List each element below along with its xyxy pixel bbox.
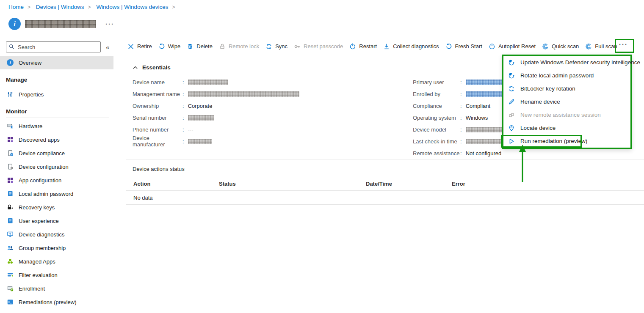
menu-item-new-remote-assistance[interactable]: New remote assistance session [503,108,630,121]
sidebar-item-label: User experience [19,218,59,224]
sidebar-item-hardware[interactable]: Hardware [0,119,113,133]
sidebar-item-label: Recovery keys [19,204,55,211]
search-input[interactable] [6,41,101,52]
breadcrumb-link-home[interactable]: Home [8,4,34,10]
sidebar-item-local-admin-password[interactable]: Local admin password [0,187,113,200]
sidebar-item-device-compliance[interactable]: Device compliance [0,146,113,160]
field-last-check-in: Last check-in time [413,135,507,147]
trash-icon [187,43,193,50]
sidebar-item-remediations[interactable]: Remediations (preview) [0,295,113,309]
sync-icon [265,43,272,50]
breadcrumb-link-devices-windows[interactable]: Devices | Windows [36,4,95,10]
sidebar-item-label: Device diagnostics [19,231,64,238]
sidebar-item-group-membership[interactable]: Group membership [0,241,113,255]
menu-item-label: Rotate local admin password [520,72,594,79]
sidebar-item-label: Group membership [19,245,66,251]
sidebar-item-label: Local admin password [19,191,73,197]
sidebar-item-recovery-keys[interactable]: Recovery keys [0,200,113,214]
button-label: Restart [359,43,377,49]
undo-arrow-icon [158,43,165,50]
field-operating-system: Operating systemWindows [413,112,507,124]
sidebar-item-label: Device compliance [19,150,65,156]
chevron-up-icon [133,65,138,70]
menu-item-update-defender[interactable]: Update Windows Defender security intelli… [503,56,630,69]
table-header-row: Action Status Date/Time Error [126,177,644,191]
field-remote-assistance: Remote assistanceNot configured [413,147,507,159]
menu-item-label: Rename device [520,99,560,105]
sidebar-item-filter-evaluation[interactable]: Filter evaluation [0,268,113,282]
reset-passcode-button[interactable]: Reset passcode [294,43,343,50]
menu-item-run-remediation[interactable]: Run remediation (preview) [503,135,630,148]
sidebar-item-label: Remediations (preview) [19,299,77,305]
sidebar-item-device-diagnostics[interactable]: Device diagnostics [0,228,113,241]
refresh-badge-icon [508,59,515,66]
column-header-action: Action [133,181,219,187]
monitor-plus-icon [7,285,14,292]
sidebar-item-overview[interactable]: Overview [0,56,113,69]
remote-lock-button[interactable]: Remote lock [219,43,259,50]
autopilot-reset-button[interactable]: Autopilot Reset [489,43,536,50]
sidebar-item-managed-apps[interactable]: Managed Apps [0,255,113,268]
power-icon [489,43,495,50]
button-label: Wipe [168,43,181,49]
full-scan-button[interactable]: Full scan [585,43,617,50]
menu-item-bitlocker-rotation[interactable]: BitLocker key rotation [503,82,630,95]
delete-button[interactable]: Delete [187,43,213,50]
notebook-icon [7,190,14,197]
breadcrumb: Home Devices | Windows Windows | Windows… [8,4,179,10]
breadcrumb-link-windows-devices[interactable]: Windows | Windows devices [96,4,179,10]
redacted-value [188,115,214,121]
redacted-value [188,80,228,85]
more-actions-menu: Update Windows Defender security intelli… [502,55,632,149]
sidebar-item-properties[interactable]: Properties [0,88,113,101]
retire-button[interactable]: Retire [127,43,152,50]
more-actions-button[interactable]: ··· [619,41,628,48]
menu-item-rotate-admin-password[interactable]: Rotate local admin password [503,69,630,82]
sidebar-item-label: Discovered apps [19,137,60,143]
info-icon [8,18,21,30]
field-primary-user: Primary user [413,76,507,88]
menu-item-label: Run remediation (preview) [520,138,587,144]
download-icon [383,43,390,50]
button-label: Delete [196,43,213,49]
collect-diagnostics-button[interactable]: Collect diagnostics [383,43,439,50]
field-compliance: ComplianceCompliant [413,100,507,112]
sidebar-item-app-configuration[interactable]: App configuration [0,173,113,187]
refresh-badge-icon [508,72,515,79]
enrolled-by-link-redacted[interactable] [466,91,506,97]
sidebar-item-device-configuration[interactable]: Device configuration [0,160,113,173]
sidebar-item-label: Hardware [19,123,42,129]
sync-button[interactable]: Sync [265,43,287,50]
menu-item-rename-device[interactable]: Rename device [503,95,630,108]
fresh-start-button[interactable]: Fresh Start [445,43,482,50]
primary-user-link-redacted[interactable] [466,80,506,85]
redacted-value [188,139,212,144]
sidebar-item-label: Device configuration [19,164,69,170]
menu-item-locate-device[interactable]: Locate device [503,121,630,135]
wipe-button[interactable]: Wipe [158,43,181,50]
redacted-value [466,127,505,132]
power-icon [349,43,356,50]
lock-icon [219,43,226,50]
column-header-status: Status [219,181,366,187]
column-header-datetime: Date/Time [366,181,452,187]
title-more-button[interactable]: ··· [105,20,114,27]
collapse-sidebar-button[interactable]: « [106,44,109,51]
defender-scan-icon [585,43,592,50]
sidebar-item-user-experience[interactable]: User experience [0,214,113,228]
divider [6,118,109,118]
redacted-value [188,91,299,97]
sidebar-item-enrollment[interactable]: Enrollment [0,282,113,295]
divider [6,86,109,86]
hardware-icon [7,123,14,129]
sidebar-item-discovered-apps[interactable]: Discovered apps [0,133,113,146]
essentials-title: Essentials [142,64,171,71]
quick-scan-button[interactable]: Quick scan [542,43,579,50]
sidebar: « Overview Manage Properties Monitor Har… [0,39,113,313]
key-icon [294,43,301,50]
restart-button[interactable]: Restart [349,43,377,50]
device-actions-status-title: Device actions status [133,166,644,172]
device-check-icon [7,150,14,156]
device-actions-status-table: Action Status Date/Time Error No data [126,177,644,205]
filter-icon [7,272,14,278]
